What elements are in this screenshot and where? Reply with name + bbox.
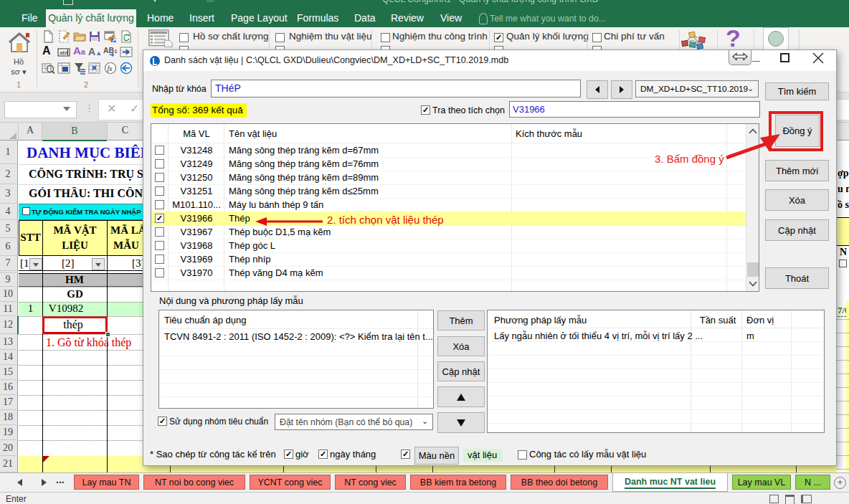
svg-text:abl: abl	[60, 49, 67, 56]
svg-text:fx: fx	[108, 65, 113, 72]
